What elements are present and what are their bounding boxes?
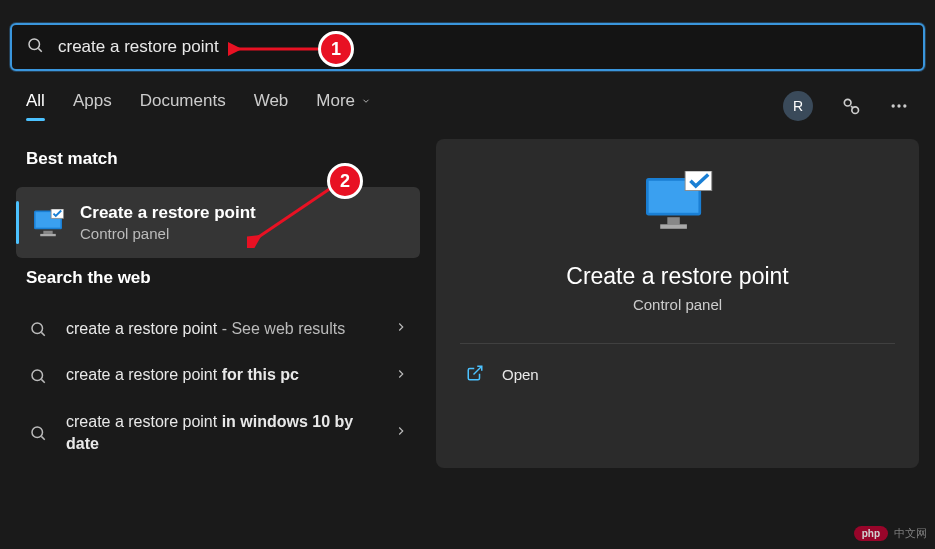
- svg-rect-11: [40, 233, 56, 235]
- best-match-subtitle: Control panel: [80, 225, 256, 242]
- detail-panel: Create a restore point Control panel Ope…: [436, 139, 919, 468]
- search-input[interactable]: [58, 37, 909, 57]
- search-web-header: Search the web: [16, 258, 420, 306]
- svg-line-16: [41, 379, 44, 382]
- settings-icon[interactable]: [841, 96, 861, 116]
- annotation-arrow-2: [247, 180, 337, 248]
- chevron-down-icon: [361, 96, 371, 106]
- svg-point-13: [32, 323, 43, 334]
- open-action[interactable]: Open: [460, 354, 895, 395]
- open-label: Open: [502, 366, 539, 383]
- watermark-badge: php: [854, 526, 888, 541]
- svg-rect-21: [667, 217, 679, 224]
- chevron-right-icon: [394, 424, 408, 442]
- web-result[interactable]: create a restore point for this pc: [16, 352, 420, 398]
- svg-line-26: [257, 188, 331, 238]
- search-icon: [28, 320, 48, 338]
- search-icon: [28, 424, 48, 442]
- best-match-title: Create a restore point: [80, 203, 256, 223]
- watermark: php 中文网: [854, 526, 927, 541]
- search-box[interactable]: [10, 23, 925, 71]
- svg-point-0: [29, 39, 40, 50]
- svg-point-15: [32, 370, 43, 381]
- svg-line-14: [41, 333, 44, 336]
- watermark-text: 中文网: [894, 526, 927, 541]
- search-icon: [26, 36, 44, 58]
- search-icon: [28, 367, 48, 385]
- filter-tabs: All Apps Documents Web More R: [0, 71, 935, 121]
- best-match-result[interactable]: Create a restore point Control panel: [16, 187, 420, 258]
- tab-documents[interactable]: Documents: [140, 91, 226, 121]
- detail-title: Create a restore point: [566, 263, 788, 290]
- detail-icon: [642, 171, 714, 239]
- svg-rect-23: [685, 171, 712, 191]
- svg-point-6: [897, 104, 900, 107]
- tab-more-label: More: [316, 91, 355, 111]
- web-result-text: create a restore point in windows 10 by …: [66, 411, 376, 456]
- divider: [460, 343, 895, 344]
- more-options-icon[interactable]: [889, 96, 909, 116]
- system-properties-icon: [32, 207, 64, 239]
- chevron-right-icon: [394, 367, 408, 385]
- tab-apps[interactable]: Apps: [73, 91, 112, 121]
- svg-point-2: [844, 99, 851, 106]
- web-result-text: create a restore point - See web results: [66, 318, 376, 340]
- tab-all[interactable]: All: [26, 91, 45, 121]
- svg-rect-10: [43, 230, 52, 233]
- svg-point-7: [903, 104, 906, 107]
- svg-line-4: [851, 106, 853, 108]
- tab-web[interactable]: Web: [254, 91, 289, 121]
- open-icon: [466, 364, 484, 385]
- svg-line-18: [41, 437, 44, 440]
- svg-line-1: [38, 48, 41, 51]
- web-result[interactable]: create a restore point in windows 10 by …: [16, 399, 420, 468]
- annotation-arrow-1: [228, 40, 322, 58]
- detail-subtitle: Control panel: [633, 296, 722, 313]
- tab-more[interactable]: More: [316, 91, 371, 121]
- web-result[interactable]: create a restore point - See web results: [16, 306, 420, 352]
- svg-point-3: [852, 107, 859, 114]
- svg-line-24: [474, 366, 482, 374]
- annotation-callout-2: 2: [327, 163, 363, 199]
- web-result-text: create a restore point for this pc: [66, 364, 376, 386]
- svg-rect-22: [660, 224, 687, 228]
- chevron-right-icon: [394, 320, 408, 338]
- user-avatar[interactable]: R: [783, 91, 813, 121]
- svg-point-5: [892, 104, 895, 107]
- svg-point-17: [32, 427, 43, 438]
- annotation-callout-1: 1: [318, 31, 354, 67]
